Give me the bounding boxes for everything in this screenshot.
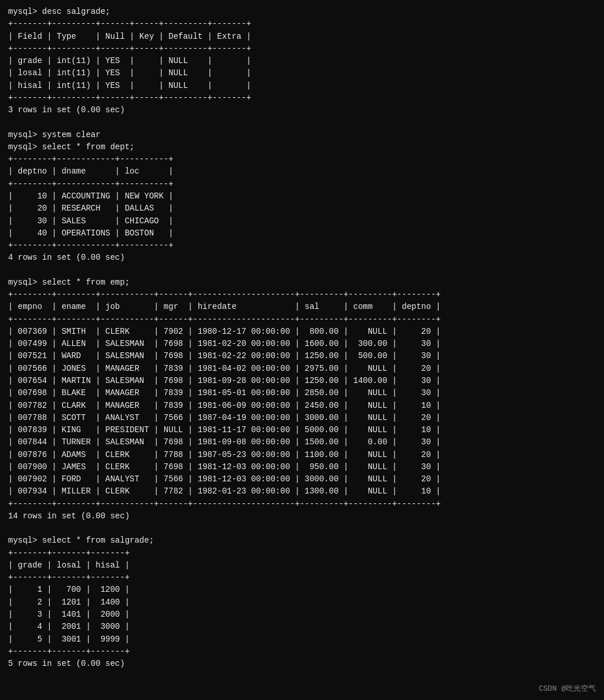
terminal-output: mysql> desc salgrade; +-------+---------… (8, 6, 596, 670)
watermark: CSDN @吃光空气 (539, 683, 596, 695)
